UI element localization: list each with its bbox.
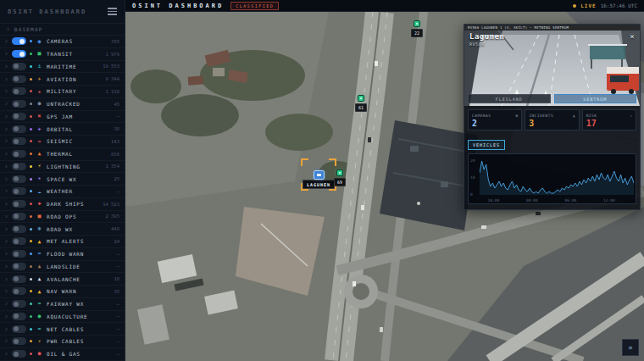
cone-icon: ■ xyxy=(36,214,43,219)
layer-label: MET ALERTS xyxy=(47,238,110,244)
layer-row-space-wx[interactable]: ›☀SPACE WX25 xyxy=(0,173,125,186)
layer-row-gps-jam[interactable]: ›✖GPS JAM— xyxy=(0,111,125,124)
layer-toggle-military[interactable] xyxy=(12,87,26,95)
layer-toggle-net-cables[interactable] xyxy=(12,325,26,333)
vehicles-badge[interactable]: VEHICLES xyxy=(468,140,505,150)
layer-row-transit[interactable]: ›■TRANSIT1 979 xyxy=(0,48,125,61)
layer-row-maritime[interactable]: ›⚓MARITIME19 553 xyxy=(0,61,125,74)
layer-toggle-road-ops[interactable] xyxy=(12,213,26,220)
chevron-right-icon: › xyxy=(4,63,8,70)
layer-toggle-dark-ships[interactable] xyxy=(12,200,26,208)
layer-row-net-cables[interactable]: ›≈NET CABLES— xyxy=(0,323,125,336)
layer-status-dot xyxy=(30,303,32,305)
layer-toggle-avalanche[interactable] xyxy=(12,275,26,283)
bolt-icon: ⚡ xyxy=(36,164,43,169)
toggle-knob xyxy=(14,152,19,157)
stat-header: INCIDENTS▲ xyxy=(529,113,575,118)
layer-row-road-wx[interactable]: ›❄ROAD WX448 xyxy=(0,223,125,236)
layer-row-road-ops[interactable]: ›■ROAD OPS2 395 xyxy=(0,211,125,224)
anchor-icon: ⚓ xyxy=(36,64,43,69)
layer-toggle-cameras[interactable] xyxy=(12,37,26,45)
layer-status-dot xyxy=(30,253,32,255)
layer-status-dot xyxy=(30,40,32,42)
layer-toggle-thermal[interactable] xyxy=(12,150,26,158)
layer-toggle-fairway-wx[interactable] xyxy=(12,300,26,308)
transit-pin-icon[interactable] xyxy=(414,20,420,27)
layer-row-pwr-cables[interactable]: ›⚡PWR CABLES— xyxy=(0,336,125,348)
selected-marker-label: LAGUNEN xyxy=(303,180,335,189)
layer-toggle-space-wx[interactable] xyxy=(12,175,26,183)
hamburger-menu-icon[interactable] xyxy=(108,8,117,15)
layer-toggle-aquaculture[interactable] xyxy=(12,313,26,320)
layers-sidebar: OSINT DASHBOARD › BASEMAP ›◉CAMERAS785›■… xyxy=(0,0,125,361)
close-icon[interactable]: × xyxy=(627,31,637,42)
layer-row-met-alerts[interactable]: ›▲MET ALERTS24 xyxy=(0,236,125,248)
toggle-knob xyxy=(14,339,19,344)
layer-count: 25 xyxy=(114,176,119,181)
layer-row-aquaculture[interactable]: ›●AQUACULTURE— xyxy=(0,311,125,324)
mountain-icon: ▲ xyxy=(36,276,43,282)
layer-row-thermal[interactable]: ›▲THERMAL856 xyxy=(0,148,125,161)
layer-row-nav-warn[interactable]: ›▲NAV WARN35 xyxy=(0,286,125,298)
layer-toggle-met-alerts[interactable] xyxy=(12,237,26,245)
toggle-knob xyxy=(19,52,25,57)
layer-toggle-flood-warn[interactable] xyxy=(12,250,26,258)
layer-label: WEATHER xyxy=(47,188,114,194)
layer-toggle-untracked[interactable] xyxy=(12,100,26,108)
toggle-knob xyxy=(14,214,19,219)
selected-camera-marker[interactable]: LAGUNEN xyxy=(303,170,335,189)
layer-toggle-seismic[interactable] xyxy=(12,137,26,145)
layer-row-landslide[interactable]: ›▲LANDSLIDE— xyxy=(0,261,125,274)
marker-label: 22 xyxy=(411,29,423,37)
layer-count: — xyxy=(117,252,119,257)
layer-status-dot xyxy=(30,290,32,292)
transit-pin-icon[interactable] xyxy=(336,169,343,176)
osint-dashboard-app: OSINT DASHBOARD › BASEMAP ›◉CAMERAS785›■… xyxy=(0,0,644,361)
layer-toggle-pwr-cables[interactable] xyxy=(12,337,26,345)
layer-row-lightning[interactable]: ›⚡LIGHTNING1 354 xyxy=(0,161,125,174)
popup-title-block: Lagunen RV580 xyxy=(469,32,504,47)
layer-toggle-road-wx[interactable] xyxy=(12,225,26,233)
layer-toggle-gps-jam[interactable] xyxy=(12,113,26,120)
layer-toggle-transit[interactable] xyxy=(12,50,26,58)
toggle-knob xyxy=(14,302,19,307)
layer-toggle-oil-gas[interactable] xyxy=(12,350,26,358)
layer-row-weather[interactable]: ›☁WEATHER— xyxy=(0,186,125,198)
layer-row-cameras[interactable]: ›◉CAMERAS785 xyxy=(0,36,125,48)
expand-panel-button[interactable]: » xyxy=(622,339,639,356)
direction-tab-sentrum[interactable]: SENTRUM xyxy=(554,94,637,103)
layer-row-seismic[interactable]: ›≈SEISMIC143 xyxy=(0,136,125,148)
layer-count: 1 354 xyxy=(105,164,119,169)
dot-icon: ● xyxy=(36,101,43,107)
layer-row-military[interactable]: ›★MILITARY1 138 xyxy=(0,86,125,98)
layer-toggle-nav-warn[interactable] xyxy=(12,287,26,295)
toggle-knob xyxy=(14,352,19,357)
camera-pin-icon[interactable] xyxy=(313,170,324,180)
layer-row-flood-warn[interactable]: ›≈FLOOD WARN— xyxy=(0,248,125,261)
layer-count: — xyxy=(117,302,119,307)
transit-marker-69[interactable]: 69 xyxy=(334,169,346,186)
direction-tab-flesland[interactable]: FLESLAND xyxy=(468,94,551,103)
layer-row-untracked[interactable]: ›●UNTRACKED45 xyxy=(0,98,125,111)
direction-tabs: FLESLANDSENTRUM xyxy=(468,94,636,103)
layer-toggle-lightning[interactable] xyxy=(12,163,26,170)
layer-toggle-weather[interactable] xyxy=(12,187,26,195)
layer-toggle-maritime[interactable] xyxy=(12,63,26,70)
transit-marker-61[interactable]: 61 xyxy=(355,95,367,112)
layer-toggle-orbital[interactable] xyxy=(12,125,26,133)
layer-row-orbital[interactable]: ›◈ORBITAL38 xyxy=(0,123,125,136)
layer-toggle-landslide[interactable] xyxy=(12,263,26,270)
layer-row-fairway-wx[interactable]: ›≈FAIRWAY WX— xyxy=(0,298,125,311)
stat-label: RISK xyxy=(586,114,597,118)
transit-pin-icon[interactable] xyxy=(358,95,364,102)
camera-caption: RV580 LAGUNEN 1 (V. SKILT) – RETNING SEN… xyxy=(464,25,640,31)
basemap-section-toggle[interactable]: › BASEMAP xyxy=(0,24,125,36)
layer-count: — xyxy=(117,314,119,319)
layer-row-oil-gas[interactable]: ›●OIL & GAS— xyxy=(0,348,125,361)
chevron-right-icon: › xyxy=(4,163,8,170)
transit-marker-22[interactable]: 22 xyxy=(411,20,423,37)
layer-toggle-aviation[interactable] xyxy=(12,75,26,83)
layer-row-avalanche[interactable]: ›▲AVALANCHE16 xyxy=(0,273,125,286)
layer-row-aviation[interactable]: ›✈AVIATION9 344 xyxy=(0,73,125,86)
layer-row-dark-ships[interactable]: ›◆DARK SHIPS14 523 xyxy=(0,198,125,211)
